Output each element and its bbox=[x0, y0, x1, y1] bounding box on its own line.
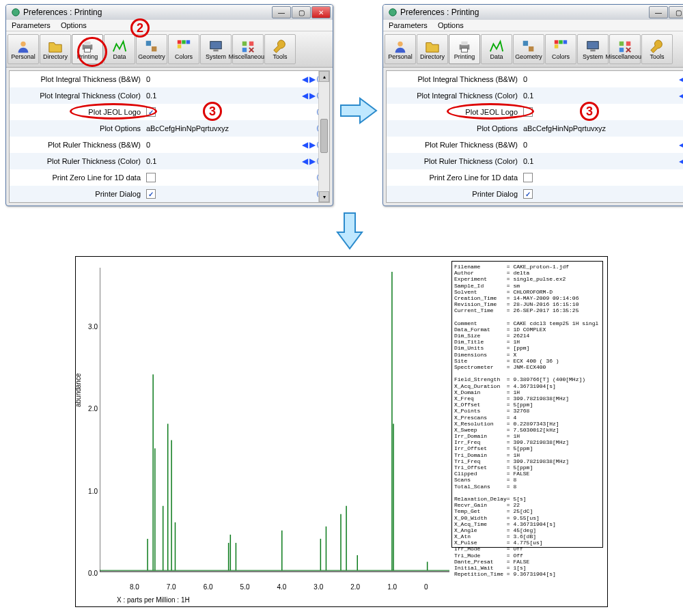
pref-value[interactable]: 0 bbox=[523, 75, 527, 83]
svg-rect-3 bbox=[84, 41, 90, 44]
increment-icon[interactable]: ▶ bbox=[309, 156, 316, 166]
pref-value[interactable]: 0.1 bbox=[146, 92, 156, 100]
printing-icon bbox=[80, 39, 95, 53]
x-tick: 6.0 bbox=[204, 583, 213, 591]
scroll-down-button[interactable]: ▾ bbox=[319, 191, 329, 202]
data-icon bbox=[489, 39, 504, 53]
toolbar-colors-button[interactable]: Colors bbox=[168, 34, 199, 64]
pref-row: Plot OptionsaBcCefgHinNpPqrtuvxyz↻ bbox=[387, 120, 683, 137]
pref-row: Plot Ruler Thickness (B&W)0◀▶ ↻ bbox=[10, 137, 329, 153]
svg-rect-27 bbox=[587, 41, 599, 48]
pref-row: Plot Ruler Thickness (Color)0.1◀▶ ↻ bbox=[387, 153, 683, 169]
checkbox[interactable] bbox=[146, 173, 156, 182]
prefs-window-right: Preferences : Printing — ▢ ✕ Parameters … bbox=[382, 4, 683, 206]
increment-icon[interactable]: ▶ bbox=[309, 91, 316, 100]
toolbar-system-button[interactable]: System bbox=[577, 34, 609, 64]
pref-value[interactable]: 0 bbox=[146, 75, 150, 83]
decrement-icon[interactable]: ◀ bbox=[679, 140, 683, 150]
pref-label: Plot Integral Thickness (B&W) bbox=[10, 75, 146, 83]
pref-value[interactable]: 0 bbox=[146, 141, 150, 149]
decrement-icon[interactable]: ◀ bbox=[679, 156, 683, 166]
toolbar-directory-button[interactable]: Directory bbox=[40, 34, 71, 64]
pref-row: Plot Ruler Thickness (Color)0.1◀▶ ↻ bbox=[10, 153, 329, 169]
svg-rect-29 bbox=[619, 41, 624, 45]
toolbar-tools-button[interactable]: Tools bbox=[264, 34, 296, 64]
svg-rect-19 bbox=[461, 41, 467, 44]
miscellaneous-icon bbox=[617, 39, 632, 53]
scroll-up-button[interactable]: ▴ bbox=[319, 71, 329, 82]
svg-point-17 bbox=[398, 41, 402, 46]
x-tick: 1.0 bbox=[387, 583, 397, 591]
tools-icon bbox=[273, 39, 288, 53]
svg-rect-25 bbox=[563, 40, 568, 44]
personal-icon bbox=[393, 39, 408, 53]
toolbar-geometry-button[interactable]: Geometry bbox=[136, 34, 167, 64]
menu-parameters[interactable]: Parameters bbox=[12, 21, 51, 29]
annotation-badge-3: 3 bbox=[580, 102, 599, 121]
svg-rect-5 bbox=[146, 40, 151, 45]
checkbox[interactable] bbox=[523, 173, 533, 182]
titlebar[interactable]: Preferences : Printing — ▢ ✕ bbox=[6, 5, 333, 20]
toolbar-printing-button[interactable]: Printing bbox=[72, 34, 103, 64]
pref-value[interactable]: 0.1 bbox=[146, 157, 156, 165]
menu-options[interactable]: Options bbox=[61, 21, 87, 29]
decrement-icon[interactable]: ◀ bbox=[302, 91, 308, 100]
toolbar-printing-button[interactable]: Printing bbox=[449, 34, 480, 64]
decrement-icon[interactable]: ◀ bbox=[302, 156, 308, 166]
toolbar-miscellaneous-button[interactable]: Miscellaneous bbox=[232, 34, 264, 64]
checkbox[interactable] bbox=[146, 107, 156, 117]
y-axis-label: abundance bbox=[74, 374, 82, 408]
increment-icon[interactable]: ▶ bbox=[309, 140, 316, 150]
maximize-button[interactable]: ▢ bbox=[292, 6, 311, 18]
x-tick: 2.0 bbox=[350, 583, 360, 591]
toolbar-miscellaneous-button[interactable]: Miscellaneous bbox=[609, 34, 641, 64]
pref-label: Print Zero Line for 1D data bbox=[10, 173, 146, 182]
checkbox[interactable] bbox=[146, 189, 156, 199]
minimize-button[interactable]: — bbox=[649, 6, 668, 18]
menu-parameters[interactable]: Parameters bbox=[389, 21, 428, 29]
decrement-icon[interactable]: ◀ bbox=[302, 74, 308, 84]
x-tick: 3.0 bbox=[313, 583, 323, 591]
decrement-icon[interactable]: ◀ bbox=[302, 140, 308, 150]
svg-rect-23 bbox=[555, 40, 559, 44]
maximize-button[interactable]: ▢ bbox=[669, 6, 683, 18]
toolbar-directory-button[interactable]: Directory bbox=[417, 34, 448, 64]
toolbar-tools-button[interactable]: Tools bbox=[641, 34, 673, 64]
decrement-icon[interactable]: ◀ bbox=[679, 74, 683, 84]
svg-rect-10 bbox=[178, 44, 182, 48]
minimize-button[interactable]: — bbox=[272, 6, 291, 18]
toolbar-data-button[interactable]: Data bbox=[481, 34, 512, 64]
toolbar-geometry-button[interactable]: Geometry bbox=[513, 34, 544, 64]
svg-rect-8 bbox=[182, 40, 186, 44]
scrollbar[interactable]: ▴ ▾ bbox=[318, 71, 329, 202]
pref-row: Plot Integral Thickness (Color)0.1◀▶ ↻ bbox=[10, 87, 329, 104]
toolbar-personal-button[interactable]: Personal bbox=[8, 34, 39, 64]
decrement-icon[interactable]: ◀ bbox=[679, 91, 683, 100]
scroll-thumb[interactable] bbox=[320, 119, 328, 153]
prefs-list: Plot Integral Thickness (B&W)0◀▶ ↻Plot I… bbox=[9, 70, 330, 203]
toolbar-personal-button[interactable]: Personal bbox=[385, 34, 416, 64]
window-title: Preferences : Printing bbox=[400, 8, 649, 17]
toolbar-data-button[interactable]: Data bbox=[104, 34, 135, 64]
y-tick: 1.0 bbox=[88, 488, 98, 495]
menu-options[interactable]: Options bbox=[438, 21, 464, 29]
titlebar[interactable]: Preferences : Printing — ▢ ✕ bbox=[383, 5, 683, 20]
checkbox[interactable] bbox=[523, 107, 533, 117]
x-tick: 5.0 bbox=[240, 583, 250, 591]
pref-row: Plot JEOL Logo↻ bbox=[10, 104, 329, 120]
toolbar-colors-button[interactable]: Colors bbox=[545, 34, 576, 64]
svg-rect-13 bbox=[242, 41, 247, 45]
svg-rect-14 bbox=[249, 41, 253, 45]
pref-value[interactable]: 0.1 bbox=[523, 157, 533, 165]
pref-value[interactable]: 0.1 bbox=[523, 92, 533, 100]
close-button[interactable]: ✕ bbox=[311, 6, 331, 18]
pref-value[interactable]: 0 bbox=[523, 141, 527, 149]
pref-value[interactable]: aBcCefgHinNpPqrtuvxyz bbox=[523, 124, 606, 132]
pref-label: Plot Integral Thickness (Color) bbox=[387, 92, 523, 100]
checkbox[interactable] bbox=[523, 189, 533, 199]
pref-row: Plot JEOL Logo↻ bbox=[387, 104, 683, 120]
increment-icon[interactable]: ▶ bbox=[309, 74, 316, 84]
pref-value[interactable]: aBcCefgHinNpPqrtuvxyz bbox=[146, 124, 229, 132]
pref-label: Plot Integral Thickness (Color) bbox=[10, 92, 146, 100]
toolbar-system-button[interactable]: System bbox=[200, 34, 232, 64]
